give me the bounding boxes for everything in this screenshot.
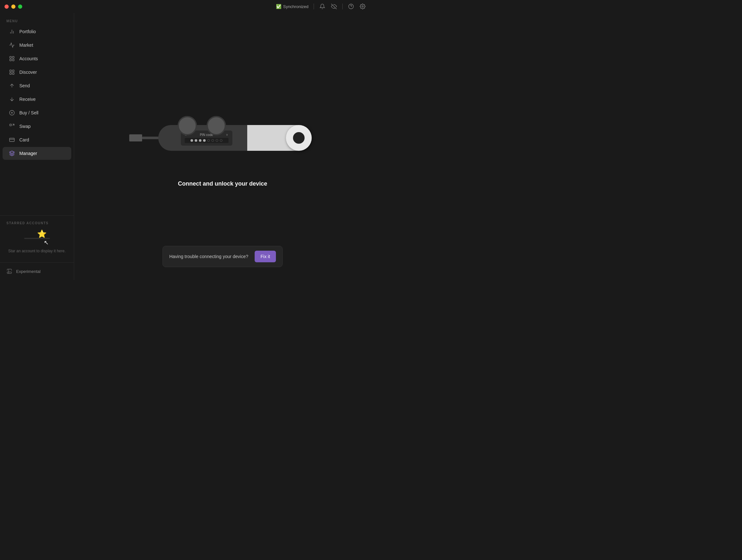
- titlebar: ✅ Synchronized: [0, 0, 371, 13]
- sidebar-item-card[interactable]: Card: [3, 133, 71, 146]
- svg-rect-7: [10, 56, 11, 58]
- bell-icon[interactable]: [319, 3, 326, 10]
- app-body: MENU Portfolio Market: [0, 13, 371, 280]
- market-icon: [9, 42, 15, 48]
- settings-icon[interactable]: [359, 3, 366, 10]
- svg-rect-13: [10, 73, 11, 74]
- receive-icon: [9, 96, 15, 102]
- starred-empty-text: Star an account to display it here.: [8, 248, 65, 254]
- discover-label: Discover: [19, 70, 37, 75]
- sidebar-item-portfolio[interactable]: Portfolio: [3, 25, 71, 38]
- svg-rect-10: [12, 59, 14, 61]
- accounts-label: Accounts: [19, 56, 38, 61]
- svg-point-3: [362, 6, 364, 7]
- svg-rect-8: [12, 56, 14, 58]
- experimental-icon: [6, 268, 12, 274]
- svg-rect-21: [10, 138, 14, 142]
- starred-label: STARRED ACCOUNTS: [0, 219, 74, 227]
- pin-dot-7: [216, 139, 218, 142]
- manager-icon: [9, 151, 15, 156]
- svg-rect-11: [10, 70, 11, 71]
- svg-point-1: [349, 4, 354, 9]
- device-button-right: [207, 116, 226, 135]
- connect-title: Connect and unlock your device: [178, 180, 267, 187]
- eye-slash-icon[interactable]: [331, 3, 337, 10]
- close-button[interactable]: [4, 4, 9, 9]
- pin-dot-5: [207, 139, 210, 142]
- pin-dot-4: [203, 139, 206, 142]
- usb-connector: [129, 134, 142, 142]
- experimental-label: Experimental: [16, 269, 41, 274]
- help-icon[interactable]: [348, 3, 354, 10]
- maximize-button[interactable]: [18, 4, 22, 9]
- sync-label: Synchronized: [283, 4, 309, 9]
- device-knob-inner: [293, 132, 305, 144]
- sidebar-item-accounts[interactable]: Accounts: [3, 52, 71, 65]
- pin-dot-2: [195, 139, 197, 142]
- pin-dots: [185, 138, 228, 143]
- menu-label: MENU: [0, 17, 74, 25]
- svg-rect-14: [12, 73, 14, 74]
- device-button-left: [177, 116, 197, 135]
- receive-label: Receive: [19, 97, 36, 102]
- pin-dot-3: [199, 139, 202, 142]
- main-content: ∧ PIN code ∨: [74, 13, 371, 280]
- pin-dot-1: [191, 139, 193, 142]
- svg-rect-9: [10, 59, 11, 61]
- buy-sell-icon: [9, 110, 15, 116]
- minimize-button[interactable]: [11, 4, 15, 9]
- pin-arrow-down: ∨: [226, 133, 228, 136]
- device-knob: [286, 125, 312, 151]
- send-label: Send: [19, 83, 30, 88]
- trouble-banner: Having trouble connecting your device? F…: [162, 246, 283, 267]
- titlebar-right: ✅ Synchronized: [276, 0, 371, 13]
- star-placeholder: ⭐ ↖: [24, 232, 50, 245]
- accounts-icon: [9, 56, 15, 62]
- pin-dot-6: [211, 139, 214, 142]
- svg-rect-12: [12, 70, 14, 71]
- sidebar-item-experimental[interactable]: Experimental: [3, 265, 71, 277]
- separator2: [342, 4, 342, 9]
- sidebar-item-discover[interactable]: Discover: [3, 66, 71, 78]
- sidebar-item-manager[interactable]: Manager: [3, 147, 71, 160]
- banner-text: Having trouble connecting your device?: [169, 254, 248, 259]
- traffic-lights: [4, 4, 22, 9]
- sidebar-item-buy-sell[interactable]: Buy / Sell: [3, 106, 71, 119]
- discover-icon: [9, 69, 15, 75]
- market-label: Market: [19, 43, 33, 48]
- sidebar-item-swap[interactable]: Swap: [3, 120, 71, 133]
- send-icon: [9, 83, 15, 89]
- starred-accounts-section: STARRED ACCOUNTS ⭐ ↖ Star an account to …: [0, 215, 74, 262]
- portfolio-label: Portfolio: [19, 29, 36, 34]
- cursor-icon: ↖: [44, 239, 49, 246]
- manager-label: Manager: [19, 151, 37, 156]
- swap-label: Swap: [19, 124, 31, 129]
- fix-it-button[interactable]: Fix it: [255, 251, 276, 262]
- device-illustration: ∧ PIN code ∨: [129, 106, 316, 170]
- starred-content: ⭐ ↖ Star an account to display it here.: [0, 227, 74, 259]
- buy-sell-label: Buy / Sell: [19, 110, 38, 115]
- ledger-device: ∧ PIN code ∨: [158, 125, 307, 151]
- device-area: ∧ PIN code ∨: [129, 106, 316, 187]
- sidebar: MENU Portfolio Market: [0, 13, 74, 280]
- star-icon: ⭐: [37, 229, 47, 238]
- portfolio-icon: [9, 29, 15, 35]
- sidebar-item-receive[interactable]: Receive: [3, 93, 71, 106]
- pin-dot-8: [220, 139, 222, 142]
- sidebar-bottom: Experimental: [0, 262, 74, 280]
- sidebar-item-market[interactable]: Market: [3, 39, 71, 52]
- sidebar-item-send[interactable]: Send: [3, 79, 71, 92]
- card-icon: [9, 137, 15, 143]
- svg-rect-20: [10, 124, 11, 126]
- separator: [314, 4, 314, 9]
- card-label: Card: [19, 137, 29, 143]
- sync-status: ✅ Synchronized: [276, 4, 309, 9]
- swap-icon: [9, 123, 15, 129]
- sync-icon: ✅: [276, 4, 281, 9]
